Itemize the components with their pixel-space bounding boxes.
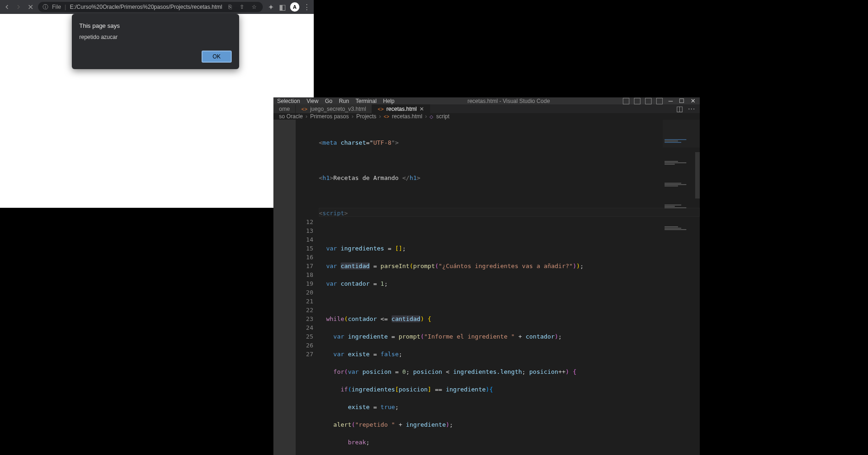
line-number: 27 bbox=[296, 350, 313, 359]
code-line bbox=[319, 156, 700, 165]
url-bar[interactable]: ⓘ File | E:/Curso%20Oracle/Primeros%20pa… bbox=[38, 2, 263, 12]
line-number: 24 bbox=[296, 323, 313, 332]
line-number bbox=[296, 200, 313, 209]
alert-dialog: This page says repetido azucar OK bbox=[72, 14, 239, 69]
line-number bbox=[296, 147, 313, 156]
code-line: var ingredientes = []; bbox=[319, 244, 700, 253]
ok-button[interactable]: OK bbox=[202, 51, 232, 63]
code-line: while(contador <= cantidad) { bbox=[319, 314, 700, 323]
menu-icon[interactable]: ⋮ bbox=[303, 3, 311, 11]
line-number: 18 bbox=[296, 270, 313, 279]
breadcrumb-item[interactable]: script bbox=[436, 113, 450, 120]
line-number: 22 bbox=[296, 306, 313, 314]
vscode-title-controls: ─ ☐ ✕ bbox=[623, 97, 696, 104]
line-number: 26 bbox=[296, 341, 313, 350]
panel-icon[interactable]: ◧ bbox=[279, 3, 286, 11]
line-number: 25 bbox=[296, 332, 313, 341]
tab-label: recetas.html bbox=[386, 106, 417, 112]
line-gutter: 12 13 14 15 16 17 18 19 20 21 22 23 24 2… bbox=[296, 120, 319, 455]
line-number: 20 bbox=[296, 288, 313, 297]
forward-button[interactable] bbox=[14, 3, 22, 11]
code-line bbox=[319, 297, 700, 306]
tab-label: ome bbox=[279, 106, 290, 112]
extensions-icon[interactable]: ✦ bbox=[266, 3, 274, 11]
url-separator: | bbox=[65, 4, 66, 10]
share-icon[interactable]: ⇧ bbox=[238, 3, 246, 11]
more-icon[interactable]: ⋯ bbox=[688, 104, 695, 113]
line-number: 14 bbox=[296, 235, 313, 244]
menu-view[interactable]: View bbox=[306, 98, 318, 104]
chevron-right-icon: › bbox=[425, 113, 427, 120]
code-line: var ingrediente = prompt("Informe el ing… bbox=[319, 332, 700, 341]
tabbar-actions: ◫ ⋯ bbox=[676, 104, 700, 113]
vscode-window: Selection View Go Run Terminal Help rece… bbox=[273, 97, 700, 371]
vscode-tabbar: ome <> juego_secreto_v3.html <> recetas.… bbox=[273, 104, 700, 113]
breadcrumb-item[interactable]: recetas.html bbox=[392, 113, 422, 120]
code-line: break; bbox=[319, 438, 700, 447]
code-line: existe = true; bbox=[319, 403, 700, 411]
code-editor[interactable]: <meta charset="UTF-8"> <h1>Recetas de Ar… bbox=[319, 120, 700, 455]
code-line: var contador = 1; bbox=[319, 279, 700, 288]
layout-grid-icon[interactable] bbox=[656, 98, 663, 104]
menu-terminal[interactable]: Terminal bbox=[355, 98, 376, 104]
breadcrumb: so Oracle› Primeros pasos› Projects› <> … bbox=[273, 113, 700, 120]
line-number: 13 bbox=[296, 226, 313, 235]
split-editor-icon[interactable]: ◫ bbox=[676, 104, 683, 113]
layout-left-icon[interactable] bbox=[623, 98, 629, 104]
close-icon[interactable]: ✕ bbox=[419, 106, 424, 112]
dialog-actions: OK bbox=[79, 51, 232, 63]
maximize-button[interactable]: ☐ bbox=[678, 97, 685, 104]
url-scheme: File bbox=[52, 4, 61, 10]
tab-recetas[interactable]: <> recetas.html ✕ bbox=[372, 104, 430, 113]
code-line: var existe = false; bbox=[319, 350, 700, 359]
tab-label: juego_secreto_v3.html bbox=[310, 106, 366, 112]
line-number bbox=[296, 173, 313, 182]
close-button[interactable]: ✕ bbox=[690, 97, 696, 104]
code-line: alert("repetido " + ingrediente); bbox=[319, 420, 700, 429]
menu-run[interactable]: Run bbox=[339, 98, 349, 104]
line-number bbox=[296, 182, 313, 191]
profile-icon[interactable]: A bbox=[290, 2, 299, 12]
menu-go[interactable]: Go bbox=[325, 98, 332, 104]
tab-welcome-partial[interactable]: ome bbox=[273, 104, 296, 113]
code-line: if(ingredientes[posicion] == ingrediente… bbox=[319, 385, 700, 394]
line-number bbox=[296, 138, 313, 147]
activity-bar bbox=[273, 120, 296, 455]
html-file-icon: <> bbox=[378, 106, 384, 112]
vscode-menu: Selection View Go Run Terminal Help bbox=[277, 98, 394, 104]
line-number bbox=[296, 156, 313, 165]
line-number bbox=[296, 209, 313, 218]
line-number: 15 bbox=[296, 244, 313, 253]
html-file-icon: <> bbox=[384, 114, 389, 119]
minimize-button[interactable]: ─ bbox=[667, 97, 674, 104]
url-text: E:/Curso%20Oracle/Primeros%20pasos/Proje… bbox=[70, 4, 222, 10]
line-number bbox=[296, 129, 313, 138]
code-line bbox=[319, 191, 700, 200]
code-line: <meta charset="UTF-8"> bbox=[319, 138, 700, 147]
line-number: 16 bbox=[296, 253, 313, 262]
minimap[interactable] bbox=[663, 120, 700, 147]
layout-right-icon[interactable] bbox=[645, 98, 652, 104]
menu-help[interactable]: Help bbox=[383, 98, 395, 104]
layout-bottom-icon[interactable] bbox=[634, 98, 640, 104]
breadcrumb-item[interactable]: Primeros pasos bbox=[310, 113, 348, 120]
back-button[interactable] bbox=[3, 3, 11, 11]
line-number: 21 bbox=[296, 297, 313, 306]
vscode-title: recetas.html - Visual Studio Code bbox=[394, 98, 623, 104]
dialog-message: repetido azucar bbox=[79, 34, 232, 40]
translate-icon[interactable]: ⎘ bbox=[226, 3, 234, 11]
line-number bbox=[296, 191, 313, 200]
breadcrumb-item[interactable]: Projects bbox=[356, 113, 376, 120]
menu-selection[interactable]: Selection bbox=[277, 98, 300, 104]
scrollbar[interactable] bbox=[695, 152, 700, 199]
vscode-body: 12 13 14 15 16 17 18 19 20 21 22 23 24 2… bbox=[273, 120, 700, 455]
breadcrumb-item[interactable]: so Oracle bbox=[279, 113, 303, 120]
line-number bbox=[296, 121, 313, 129]
chevron-right-icon: › bbox=[352, 113, 354, 120]
line-number: 12 bbox=[296, 218, 313, 226]
tab-juego-secreto[interactable]: <> juego_secreto_v3.html bbox=[296, 104, 372, 113]
chevron-right-icon: › bbox=[305, 113, 307, 120]
stop-button[interactable] bbox=[26, 3, 34, 11]
bookmark-icon[interactable]: ☆ bbox=[250, 3, 258, 11]
line-number: 23 bbox=[296, 314, 313, 323]
